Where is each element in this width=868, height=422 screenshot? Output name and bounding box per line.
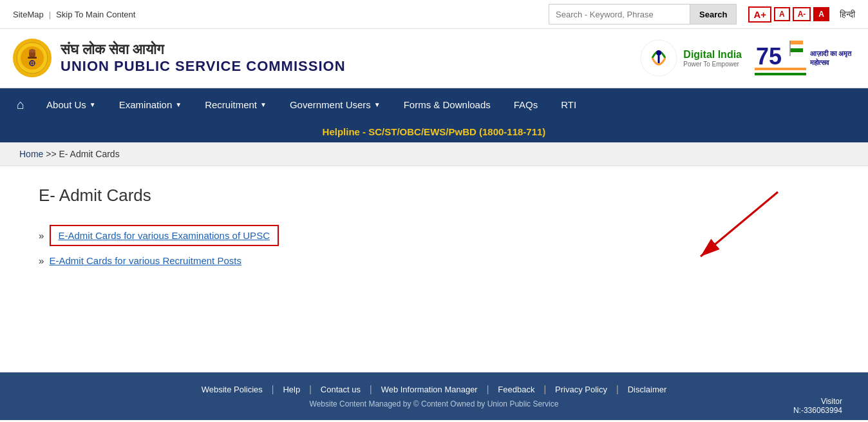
hindi-button[interactable]: हिन्दी: [840, 9, 855, 20]
nav-rti[interactable]: RTI: [549, 88, 588, 121]
separator1: |: [49, 10, 51, 19]
sitemap-link[interactable]: SiteMap: [13, 10, 44, 19]
top-bar: SiteMap | Skip To Main Content Search A+…: [0, 0, 868, 29]
search-box: Search: [549, 4, 737, 24]
footer-bottom-text: Website Content Managed by © Content Own…: [13, 399, 855, 408]
svg-rect-16: [755, 68, 806, 70]
svg-rect-13: [790, 44, 803, 48]
top-bar-left: SiteMap | Skip To Main Content: [13, 10, 135, 19]
footer-help[interactable]: Help: [274, 385, 309, 394]
font-decrease-btn[interactable]: A-: [793, 7, 811, 21]
top-bar-right: Search A+ A A- A हिन्दी: [549, 4, 855, 24]
svg-rect-18: [755, 73, 806, 75]
visitor-info: Visitor N:-336063994: [793, 397, 842, 415]
footer-web-info-manager[interactable]: Web Information Manager: [372, 385, 487, 394]
nav-forms-downloads[interactable]: Forms & Downloads: [392, 88, 502, 121]
font-buttons: A+ A A- A: [748, 6, 829, 23]
footer-feedback[interactable]: Feedback: [489, 385, 543, 394]
visitor-count: N:-336063994: [793, 406, 842, 415]
breadcrumb: Home >> E- Admit Cards: [0, 142, 868, 166]
footer-contact-us[interactable]: Contact us: [312, 385, 370, 394]
nav-recruitment[interactable]: Recruitment ▼: [193, 88, 278, 121]
svg-rect-17: [755, 70, 806, 73]
footer-links: Website Policies | Help | Contact us | W…: [13, 384, 855, 394]
header: संघ लोक सेवा आयोग UNION PUBLIC SERVICE C…: [0, 29, 868, 88]
nav-government-users[interactable]: Government Users ▼: [278, 88, 392, 121]
nav-about-us[interactable]: About Us ▼: [35, 88, 108, 121]
svg-rect-14: [790, 48, 803, 52]
svg-rect-4: [28, 57, 37, 59]
page-title: E- Admit Cards: [39, 186, 829, 206]
footer-disclaimer[interactable]: Disclaimer: [619, 385, 676, 394]
helpline-bar: Helpline - SC/ST/OBC/EWS/PwBD (1800-118-…: [0, 121, 868, 142]
link-item-0: » E-Admit Cards for various Examinations…: [39, 225, 829, 246]
footer-website-policies[interactable]: Website Policies: [193, 385, 272, 394]
recruitment-arrow: ▼: [260, 101, 267, 108]
navbar: ⌂ About Us ▼ Examination ▼ Recruitment ▼…: [0, 88, 868, 121]
hindi-org-title: संघ लोक सेवा आयोग: [61, 41, 346, 58]
footer-wrapper: Website Policies | Help | Contact us | W…: [0, 372, 868, 420]
breadcrumb-sep-arrows: >>: [46, 149, 56, 159]
font-increase-btn[interactable]: A+: [748, 6, 771, 23]
main-content: E- Admit Cards » E-Admit Cards for vario…: [0, 166, 868, 372]
azadi-logo: 75: [755, 35, 806, 81]
eng-org-title: UNION PUBLIC SERVICE COMMISSION: [61, 58, 346, 75]
link-recruitment-posts[interactable]: E-Admit Cards for various Recruitment Po…: [50, 255, 241, 266]
breadcrumb-home[interactable]: Home: [19, 149, 43, 159]
footer-privacy-policy[interactable]: Privacy Policy: [546, 385, 616, 394]
header-right: Digital India Power To Empower 75 आज़ादी…: [639, 35, 855, 81]
helpline-text: Helpline - SC/ST/OBC/EWS/PwBD (1800-118-…: [323, 126, 546, 137]
link-item-1: » E-Admit Cards for various Recruitment …: [39, 255, 829, 266]
svg-point-9: [656, 50, 661, 55]
about-us-arrow: ▼: [90, 101, 96, 108]
svg-rect-12: [790, 41, 803, 44]
breadcrumb-current: E- Admit Cards: [59, 149, 120, 159]
emblem-logo: [13, 39, 52, 77]
svg-point-3: [29, 49, 35, 53]
examination-arrow: ▼: [175, 101, 182, 108]
link-prefix-0: »: [39, 230, 44, 241]
footer: Website Policies | Help | Contact us | W…: [0, 372, 868, 420]
font-normal-btn[interactable]: A: [774, 7, 790, 21]
link-examinations[interactable]: E-Admit Cards for various Examinations o…: [50, 225, 279, 246]
govt-users-arrow: ▼: [374, 101, 381, 108]
links-section: » E-Admit Cards for various Examinations…: [39, 225, 829, 266]
nav-examination[interactable]: Examination ▼: [108, 88, 193, 121]
azadi-section: 75 आज़ादी का अमृत महोत्सव: [755, 35, 855, 81]
skip-link[interactable]: Skip To Main Content: [56, 10, 135, 19]
digital-india-section: Digital India Power To Empower: [639, 39, 742, 77]
nav-home[interactable]: ⌂: [6, 88, 35, 121]
svg-text:75: 75: [756, 43, 782, 70]
font-contrast-btn[interactable]: A: [813, 7, 829, 21]
azadi-text: आज़ादी का अमृत महोत्सव: [810, 49, 855, 68]
search-button[interactable]: Search: [690, 4, 737, 24]
digital-india-text: Digital India Power To Empower: [683, 49, 742, 68]
header-title: संघ लोक सेवा आयोग UNION PUBLIC SERVICE C…: [61, 41, 346, 75]
header-left: संघ लोक सेवा आयोग UNION PUBLIC SERVICE C…: [13, 39, 346, 77]
nav-faqs[interactable]: FAQs: [502, 88, 550, 121]
visitor-label: Visitor: [793, 397, 842, 406]
digital-india-logo: [639, 39, 678, 77]
search-input[interactable]: [549, 4, 690, 24]
link-prefix-1: »: [39, 255, 44, 266]
